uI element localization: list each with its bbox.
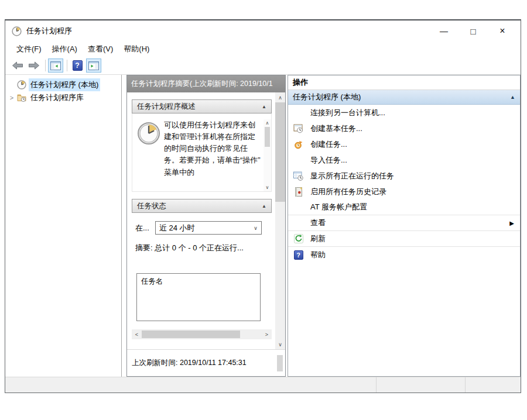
summary-pane-header: 任务计划程序摘要(上次刷新时间: 2019/10/1	[127, 75, 285, 92]
refresh-icon	[293, 234, 304, 244]
horizontal-scrollbar[interactable]: < >	[132, 329, 272, 339]
clock-app-icon	[12, 26, 22, 36]
action-enable-task-history[interactable]: 启用所有任务历史记录	[288, 184, 520, 199]
scrollbar-thumb[interactable]	[275, 102, 285, 202]
show-action-pane-button[interactable]	[86, 58, 101, 73]
scroll-up-icon[interactable]: ∧	[266, 119, 269, 127]
action-display-running-tasks[interactable]: 显示所有正在运行的任务	[288, 168, 520, 184]
actions-group-title: 任务计划程序 (本地)	[293, 92, 361, 102]
action-import-task[interactable]: 导入任务...	[288, 152, 520, 168]
action-connect-to-another-computer[interactable]: 连接到另一台计算机...	[288, 105, 520, 121]
icon-spacer	[293, 155, 304, 165]
status-filter-row: 在... 近 24 小时 ∨	[135, 221, 271, 235]
help-icon: ?	[293, 250, 304, 260]
tree-expander-icon[interactable]: >	[8, 94, 16, 101]
overview-text: 可以使用任务计划程序来创建和管理计算机将在所指定的时间自动执行的常见任务。若要开…	[164, 119, 262, 191]
summary-pane-body: 任务计划程序概述 ▲ 可以使用任务计划程序来创建和管理计算机将在所指定的时间自动…	[127, 92, 285, 349]
task-name-column-header[interactable]: 任务名	[141, 277, 163, 285]
collapse-icon[interactable]: ▲	[262, 104, 266, 109]
menu-action[interactable]: 操作(A)	[47, 42, 83, 56]
scroll-down-icon[interactable]: ∨	[275, 339, 285, 349]
toolbar-separator	[45, 60, 46, 71]
action-label: 查看	[310, 218, 326, 228]
overview-section-title: 任务计划程序概述	[137, 102, 196, 112]
help-icon: ?	[73, 60, 83, 71]
running-tasks-icon	[293, 171, 304, 181]
summary-content: 任务计划程序概述 ▲ 可以使用任务计划程序来创建和管理计算机将在所指定的时间自动…	[127, 92, 275, 349]
task-status-body: 在... 近 24 小时 ∨ 摘要: 总计 0 个 - 0 个正在运行... 任…	[132, 213, 272, 321]
tree-item-task-scheduler-library[interactable]: > 任务计划程序库	[5, 91, 121, 104]
toolbar: ?	[5, 57, 521, 75]
maximize-button[interactable]: □	[458, 20, 488, 42]
action-label: 显示所有正在运行的任务	[310, 171, 394, 181]
dropdown-value: 近 24 小时	[159, 223, 195, 233]
action-create-basic-task[interactable]: 创建基本任务...	[288, 121, 520, 136]
action-at-service-account-config[interactable]: AT 服务帐户配置	[288, 199, 520, 215]
filter-label: 在...	[135, 223, 149, 233]
menu-help[interactable]: 帮助(H)	[118, 42, 155, 56]
console-tree-pane: 任务计划程序 (本地) > 任务计划程序库	[5, 75, 122, 377]
back-arrow-icon	[12, 61, 23, 70]
scroll-right-icon[interactable]: >	[262, 332, 272, 338]
last-refresh-bar: 上次刷新时间: 2019/10/11 17:45:31	[127, 349, 285, 376]
action-label: AT 服务帐户配置	[310, 202, 367, 212]
status-summary-text: 摘要: 总计 0 个 - 0 个正在运行...	[135, 243, 271, 253]
action-label: 连接到另一台计算机...	[310, 108, 385, 118]
scroll-left-icon[interactable]: <	[132, 332, 142, 338]
scroll-down-icon[interactable]: ∨	[266, 184, 269, 191]
action-label: 帮助	[310, 250, 326, 260]
task-scheduler-window: 任务计划程序 — □ × 文件(F) 操作(A) 查看(V) 帮助(H)	[5, 19, 521, 393]
icon-spacer	[293, 218, 304, 228]
action-help[interactable]: ? 帮助	[288, 247, 520, 263]
time-range-dropdown[interactable]: 近 24 小时 ∨	[155, 221, 262, 235]
window-title: 任务计划程序	[26, 26, 72, 36]
action-view[interactable]: 查看 ▶	[288, 215, 520, 231]
status-bar	[5, 377, 521, 393]
icon-spacer	[293, 202, 304, 212]
action-label: 创建任务...	[310, 139, 347, 150]
collapse-icon[interactable]: ▲	[262, 204, 266, 209]
scroll-up-icon[interactable]: ∧	[275, 92, 285, 102]
overview-section-header[interactable]: 任务计划程序概述 ▲	[132, 99, 272, 113]
icon-spacer	[293, 108, 304, 118]
action-refresh[interactable]: 刷新	[288, 231, 520, 247]
action-create-task[interactable]: 创建任务...	[288, 136, 520, 152]
create-task-icon	[293, 139, 304, 149]
menu-view[interactable]: 查看(V)	[83, 42, 118, 56]
pane-gap	[122, 75, 126, 377]
actions-group-header[interactable]: 任务计划程序 (本地) ▲	[288, 90, 520, 105]
task-status-section-header[interactable]: 任务状态 ▲	[132, 199, 272, 213]
close-button[interactable]: ×	[488, 20, 517, 42]
minimize-button[interactable]: —	[429, 20, 458, 42]
menu-file[interactable]: 文件(F)	[11, 42, 47, 56]
tree-item-task-scheduler-local[interactable]: 任务计划程序 (本地)	[5, 78, 121, 91]
submenu-arrow-icon: ▶	[509, 220, 514, 226]
forward-button[interactable]	[26, 58, 42, 73]
tree-item-label[interactable]: 任务计划程序库	[29, 91, 85, 104]
summary-pane: 任务计划程序摘要(上次刷新时间: 2019/10/1 任务计划程序概述 ▲	[126, 75, 286, 377]
action-label: 刷新	[310, 233, 326, 244]
history-log-icon	[293, 187, 304, 197]
scrollbar-thumb[interactable]	[265, 127, 270, 147]
show-console-tree-button[interactable]	[48, 58, 63, 73]
action-label: 导入任务...	[310, 155, 347, 166]
status-cell	[5, 377, 376, 393]
action-label: 启用所有任务历史记录	[310, 187, 386, 197]
back-button[interactable]	[10, 58, 25, 73]
overview-scrollbar[interactable]: ∧ ∨	[264, 119, 271, 191]
toolbar-separator	[67, 60, 67, 71]
clock-illustration-icon	[137, 122, 160, 145]
console-tree-icon	[50, 61, 61, 70]
scrollbar-thumb[interactable]	[142, 331, 240, 338]
chevron-down-icon: ∨	[254, 225, 258, 231]
toolbar-help-button[interactable]: ?	[70, 58, 85, 73]
summary-vertical-scrollbar[interactable]: ∧ ∨	[275, 92, 285, 349]
forward-arrow-icon	[28, 61, 40, 70]
menu-bar: 文件(F) 操作(A) 查看(V) 帮助(H)	[5, 42, 521, 57]
status-cell	[376, 377, 465, 393]
task-name-table: 任务名	[136, 273, 261, 321]
basic-task-icon	[293, 123, 304, 133]
folder-clock-icon	[17, 93, 26, 102]
tree-item-label[interactable]: 任务计划程序 (本地)	[29, 78, 100, 91]
collapse-icon[interactable]: ▲	[510, 94, 515, 100]
